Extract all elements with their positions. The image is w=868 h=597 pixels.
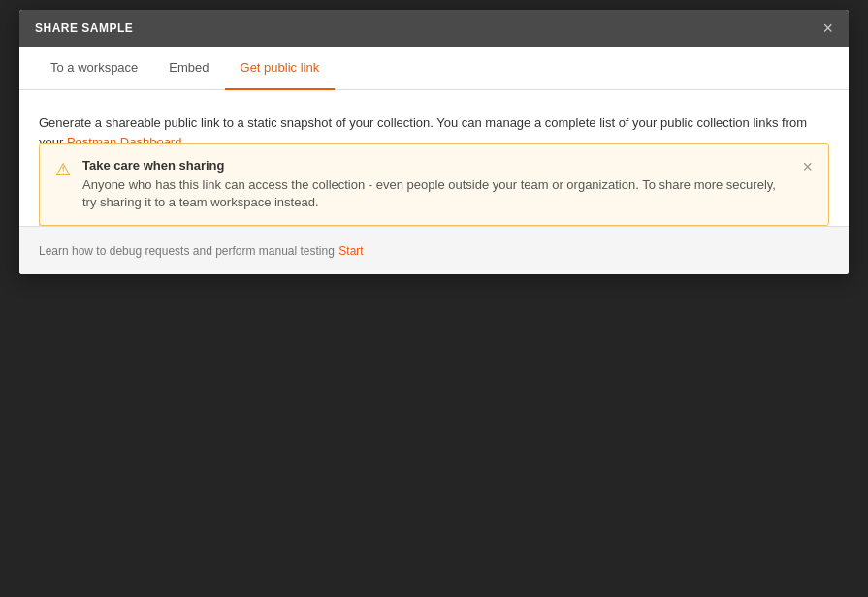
- modal-title: SHARE SAMPLE: [35, 21, 133, 35]
- warning-close-button[interactable]: ×: [802, 158, 813, 175]
- bottom-start-link[interactable]: Start: [338, 244, 363, 258]
- tabs-bar: To a workspace Embed Get public link: [19, 47, 849, 90]
- tab-get-public-link[interactable]: Get public link: [225, 47, 336, 90]
- warning-icon: ⚠: [55, 159, 71, 180]
- bottom-bar: Learn how to debug requests and perform …: [19, 226, 849, 274]
- warning-text: Anyone who has this link can access the …: [82, 176, 790, 211]
- warning-content: Take care when sharing Anyone who has th…: [82, 158, 790, 211]
- warning-banner: ⚠ Take care when sharing Anyone who has …: [39, 143, 829, 226]
- bottom-text: Learn how to debug requests and perform …: [39, 244, 335, 258]
- modal-header: SHARE SAMPLE ×: [19, 10, 849, 47]
- modal-close-button[interactable]: ×: [822, 19, 833, 37]
- share-modal: SHARE SAMPLE × To a workspace Embed Get …: [19, 10, 849, 274]
- tab-to-workspace[interactable]: To a workspace: [35, 47, 153, 90]
- warning-title: Take care when sharing: [82, 158, 790, 173]
- tab-embed[interactable]: Embed: [153, 47, 224, 90]
